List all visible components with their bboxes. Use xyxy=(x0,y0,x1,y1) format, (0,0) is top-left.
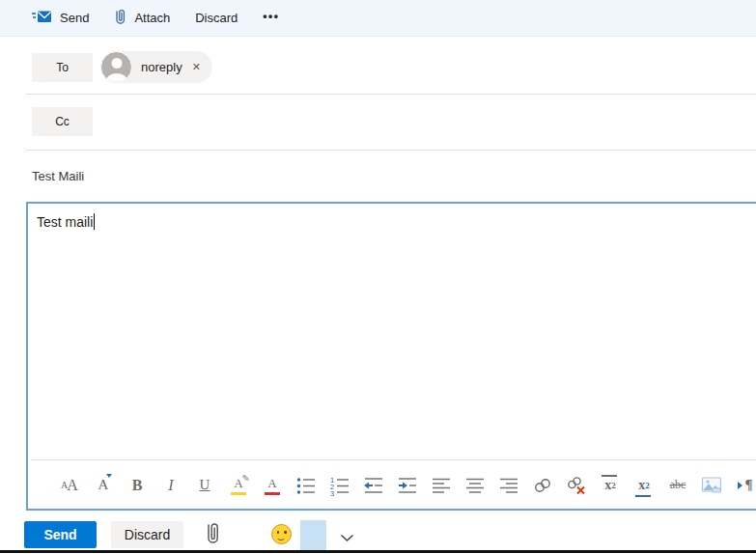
cc-row: Cc xyxy=(32,107,93,136)
emoji-icon[interactable] xyxy=(271,524,292,544)
message-body-editor[interactable]: Test maili AA A B I U A ✎ xyxy=(26,202,756,511)
paperclip-icon xyxy=(114,8,126,28)
align-center-icon[interactable] xyxy=(464,473,486,498)
bold-icon[interactable]: B xyxy=(126,473,148,498)
remove-recipient-icon[interactable]: ✕ xyxy=(192,61,201,73)
discard-label: Discard xyxy=(195,11,238,25)
avatar xyxy=(100,51,132,83)
discard-button-top[interactable]: Discard xyxy=(195,11,238,25)
more-options-button[interactable]: ••• xyxy=(263,10,279,27)
svg-text:3: 3 xyxy=(330,489,334,496)
attach-label: Attach xyxy=(134,11,170,25)
recipient-chip[interactable]: noreply ✕ xyxy=(100,51,212,83)
window-bottom-edge xyxy=(0,550,756,553)
italic-icon[interactable]: I xyxy=(160,473,182,498)
compose-window: Send Attach Discard ••• To noreply ✕ xyxy=(0,0,756,554)
decrease-indent-icon[interactable] xyxy=(363,473,384,498)
insert-image-icon[interactable] xyxy=(701,473,722,498)
unlink-icon[interactable] xyxy=(566,473,587,498)
formatting-toolbar: AA A B I U A ✎ A xyxy=(28,461,756,509)
cc-button[interactable]: Cc xyxy=(32,107,93,136)
send-label: Send xyxy=(60,11,89,25)
subscript-icon[interactable]: x2 xyxy=(633,473,655,498)
send-mail-icon xyxy=(32,10,52,27)
link-icon[interactable] xyxy=(532,473,553,498)
attach-file-icon[interactable] xyxy=(205,521,220,550)
superscript-icon[interactable]: x2 xyxy=(600,473,621,498)
subject-input[interactable]: Test Maili xyxy=(32,169,746,183)
top-toolbar: Send Attach Discard ••• xyxy=(0,0,756,37)
text-cursor xyxy=(94,213,95,230)
divider xyxy=(26,150,756,151)
attach-button[interactable]: Attach xyxy=(114,8,170,28)
grow-font-icon[interactable]: A xyxy=(93,473,114,498)
to-button[interactable]: To xyxy=(32,53,93,82)
body-text[interactable]: Test maili xyxy=(37,213,95,230)
discard-button[interactable]: Discard xyxy=(111,521,183,548)
divider xyxy=(26,94,756,95)
to-row: To noreply ✕ xyxy=(32,51,212,83)
highlight-icon[interactable]: A ✎ xyxy=(228,473,249,498)
font-color-icon[interactable]: A xyxy=(262,473,283,498)
divider xyxy=(31,459,756,460)
ltr-paragraph-icon[interactable]: ¶ xyxy=(735,473,756,498)
align-left-icon[interactable] xyxy=(431,473,452,498)
bottom-action-bar: Send Discard xyxy=(0,521,756,550)
align-right-icon[interactable] xyxy=(498,473,519,498)
more-options-icon: ••• xyxy=(263,10,279,23)
recipient-name: noreply xyxy=(141,60,182,74)
send-button[interactable]: Send xyxy=(24,521,97,548)
strikethrough-icon[interactable]: abc xyxy=(667,473,688,498)
font-size-icon[interactable]: AA xyxy=(59,473,80,498)
chevron-down-icon[interactable] xyxy=(340,529,354,546)
send-button-top[interactable]: Send xyxy=(32,10,89,27)
selected-option-box[interactable] xyxy=(300,520,326,550)
bullet-list-icon[interactable] xyxy=(295,473,317,498)
underline-icon[interactable]: U xyxy=(194,473,215,498)
increase-indent-icon[interactable] xyxy=(397,473,418,498)
numbered-list-icon[interactable]: 1 2 3 xyxy=(329,473,350,498)
